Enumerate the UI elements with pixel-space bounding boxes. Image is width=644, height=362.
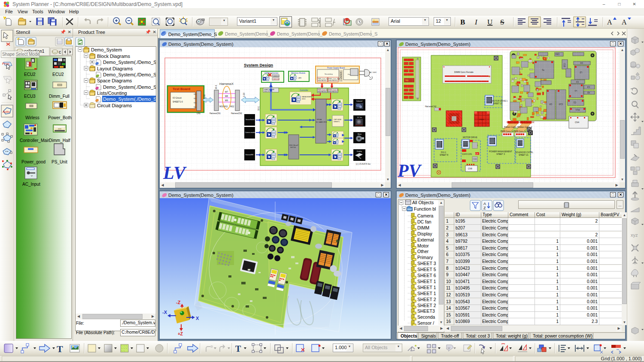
svg-text:SHEET 3: SHEET 3 [417,261,436,266]
svg-text:ExternalSW: ExternalSW [246,154,254,156]
svg-text:S3: S3 [194,102,196,104]
svg-text:SHEET 2: SHEET 2 [417,303,436,308]
svg-text:ENB-PA5800.1: ENB-PA5800.1 [318,80,328,81]
svg-text:I: I [474,18,478,26]
svg-text:Other: Other [417,249,429,254]
svg-text:HarnessCN1: HarnessCN1 [210,112,221,115]
svg-text:Secondary: Secondary [325,73,333,75]
svg-text:All Objects: All Objects [412,200,434,205]
svg-text:10-1: 10-1 [215,85,217,89]
svg-text:S2: S2 [194,97,196,100]
svg-text:ECU2: ECU2 [52,72,64,77]
svg-text:Space Diagrams: Space Diagrams [97,78,132,83]
svg-text:SensorSwitch: SensorSwitch [246,119,255,121]
svg-text:AC 100V: AC 100V [370,71,377,73]
svg-text:+Z: +Z [178,332,183,336]
svg-text:Demo_System(./Demo_Syster: Demo_System(./Demo_Syster [103,84,156,90]
svg-text:A: A [607,18,612,26]
svg-text:S: S [500,18,504,26]
svg-text:SHEET 6: SHEET 6 [417,273,436,278]
svg-text:LV: LV [163,163,187,182]
svg-text:Power Supply Board: Power Supply Board [327,67,345,69]
svg-text:W12: W12 [230,106,234,108]
svg-text:Power_Both: Power_Both [48,115,71,120]
svg-text:SH13: SH13 [302,98,306,100]
svg-text:DIMM: DIMM [417,225,429,230]
svg-text:Z: Z [483,206,486,210]
svg-text:ECU3: ECU3 [24,94,36,99]
svg-text:ECU2: ECU2 [24,72,36,77]
svg-text:c: c [59,50,61,54]
svg-text:Seconda: Seconda [417,314,435,320]
svg-text:HarnessCN2: HarnessCN2 [231,112,242,115]
svg-text:A: A [483,202,486,206]
svg-text:CN1: CN1 [197,112,200,115]
svg-text:xyz: xyz [631,232,638,238]
svg-text:Layout Diagrams: Layout Diagrams [97,66,133,71]
svg-text:AC_Input: AC_Input [22,182,40,187]
svg-text:Prop: Prop [2,62,9,66]
svg-text:S1: S1 [194,93,196,95]
svg-text:SH7706: SH7706 [290,147,296,148]
svg-text:Motor: Motor [417,243,429,248]
svg-text:Dimm_Full: Dimm_Full [49,94,70,99]
svg-text:SHEET 1: SHEET 1 [417,279,436,284]
svg-text:SHEET 1: SHEET 1 [417,285,436,290]
svg-text:Controller_Mair: Controller_Mair [20,138,49,143]
svg-text:DIMM16G: DIMM16G [273,75,279,77]
svg-text:T: T [57,344,63,354]
svg-text:Demo_System(./Demo_Syster: Demo_System(./Demo_Syster [103,97,156,102]
svg-text:V: V [448,346,450,350]
svg-text:PV: PV [397,161,422,181]
svg-text:Test Board: Test Board [173,87,190,91]
svg-text:Demo_System: Demo_System [91,47,122,52]
svg-text:1-10: 1-10 [203,94,206,99]
svg-text:ENB-PA5800.1: ENB-PA5800.1 [328,91,338,93]
svg-text:PWR_Conn_Sec: PWR_Conn_Sec [318,78,329,80]
svg-text:Demo_System(./Demo_Syster: Demo_System(./Demo_Syster [103,72,156,77]
svg-text:Display: Display [357,151,362,152]
svg-text:Demo_System(./Demo_Syster: Demo_System(./Demo_Syster [103,60,156,65]
svg-text:A: A [622,18,627,26]
svg-text:Auto.: Auto. [3,110,11,114]
svg-text:U: U [487,18,492,26]
svg-text:DIMM Substrate: DIMM Substrate [264,72,279,74]
svg-text:IO Circuit: IO Circuit [173,97,182,99]
svg-text:FPGA: FPGA [317,118,322,121]
svg-text:-X: -X [162,310,167,315]
svg-text:SHEET1-0: SHEET1-0 [173,100,183,103]
svg-text:T: T [235,344,241,353]
svg-text:MANAGEMENT: MANAGEMENT [302,96,312,98]
svg-text:W9: W9 [225,100,228,102]
svg-text:SHEET 1: SHEET 1 [417,291,436,296]
svg-text:Power_good: Power_good [21,160,46,164]
svg-text:SC GABE 3F23: SC GABE 3F23 [316,121,327,123]
svg-text:W8: W8 [225,95,228,97]
svg-text:S4: S4 [194,106,196,108]
svg-text:Display: Display [417,231,432,236]
svg-text:10-1: 10-1 [257,106,260,111]
svg-text:Circuit Diagrams: Circuit Diagrams [97,103,132,108]
svg-text:Block Diagrams: Block Diagrams [97,54,131,59]
svg-text:CMKE-BC: CMKE-BC [273,78,280,80]
svg-text:System Design: System Design [244,63,273,67]
svg-text:ENB-PA5800.1: ENB-PA5800.1 [318,91,328,93]
svg-text:Camera module: Camera module [245,132,255,133]
svg-text:SHEET5: SHEET5 [334,121,340,123]
svg-text:Dimm_Half: Dimm_Half [49,138,70,143]
svg-text:ENB-PA5800.1: ENB-PA5800.1 [328,80,338,81]
svg-text:RISC MicroP: RISC MicroP [289,145,298,146]
svg-text:SHEET 2: SHEET 2 [417,297,436,302]
svg-text:DC fan: DC fan [357,117,362,118]
svg-text:Primary: Primary [417,255,433,260]
svg-text:PS_Unit: PS_Unit [52,160,67,164]
svg-text:SHEET3: SHEET3 [417,308,435,314]
svg-text:Function bl: Function bl [414,206,436,211]
svg-text:Subwoof: Subwoof [356,100,362,102]
svg-text:DC fan: DC fan [417,219,431,224]
svg-text:-Z: -Z [176,300,181,305]
svg-text:B: B [460,18,465,26]
svg-text:CMP HDMI: CMP HDMI [334,119,341,121]
svg-text:Motor: Motor [358,133,362,135]
svg-text:LAN: LAN [298,77,301,79]
